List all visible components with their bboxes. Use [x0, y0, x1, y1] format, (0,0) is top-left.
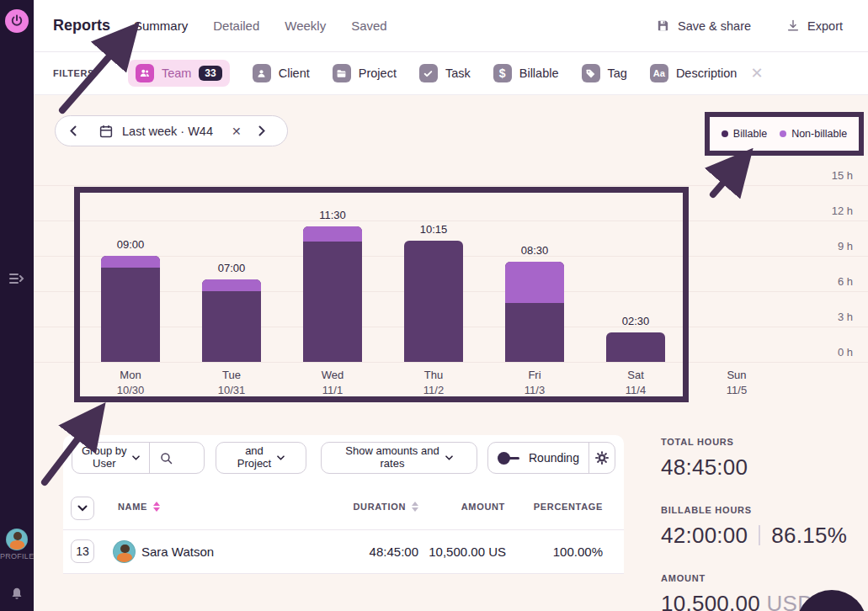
amount-label: AMOUNT — [661, 573, 868, 583]
filter-chip-client[interactable]: Client — [253, 64, 310, 82]
filter-chip-description[interactable]: Aa Description — [650, 64, 738, 82]
x-axis-day-label: Thu — [400, 369, 467, 381]
select-all-button[interactable] — [71, 497, 94, 520]
total-hours-value: 48:45:00 — [661, 454, 868, 481]
row-duration: 48:45:00 — [370, 545, 418, 559]
amount-value: 10,500.00 — [661, 591, 760, 611]
x-axis-day-label: Wed — [299, 369, 366, 381]
subgroup-dropdown[interactable]: and Project — [216, 442, 306, 474]
x-axis-date-label: 10/31 — [198, 384, 265, 396]
sidebar: PROFILE — [0, 0, 34, 611]
rounding-label: Rounding — [529, 451, 579, 465]
chevron-left-icon[interactable] — [70, 125, 77, 136]
filter-chip-label: Description — [676, 66, 738, 80]
rounding-toggle[interactable] — [498, 452, 523, 465]
chart-bar-mon[interactable] — [101, 256, 160, 362]
total-hours-label: TOTAL HOURS — [661, 437, 868, 447]
tab-weekly[interactable]: Weekly — [285, 19, 326, 33]
x-axis-date-label: 11/1 — [299, 384, 366, 396]
filter-bar: FILTERS Team 33 Client — [34, 52, 868, 95]
expand-sidebar-button[interactable] — [7, 270, 27, 287]
sort-icon[interactable] — [153, 502, 160, 512]
summary-panel: TOTAL HOURS 48:45:00 BILLABLE HOURS 42:0… — [661, 437, 868, 611]
save-share-label: Save & share — [678, 19, 751, 33]
column-header-amount[interactable]: AMOUNT — [461, 502, 505, 512]
chart-bar-sat[interactable] — [606, 332, 665, 362]
x-axis-date-label: 10/30 — [97, 384, 164, 396]
reports-page: PROFILE Reports Summary Detailed Weekly … — [0, 0, 868, 611]
filter-chip-billable[interactable]: $ Billable — [493, 64, 559, 82]
save-icon — [656, 19, 670, 33]
chart-legend: Billable Non-billable — [722, 128, 847, 140]
chart-bar-tue[interactable] — [202, 279, 261, 362]
results-card: Group by User — [63, 435, 624, 574]
group-by-dropdown[interactable]: Group by User — [72, 442, 205, 474]
y-axis-tick: 15 h — [832, 169, 853, 182]
search-icon — [159, 451, 173, 465]
profile-avatar[interactable] — [6, 529, 28, 550]
clear-filters-icon[interactable]: ✕ — [750, 64, 763, 82]
divider — [759, 525, 760, 545]
rounding-control: Rounding — [487, 442, 615, 474]
rounding-settings-button[interactable] — [589, 443, 615, 473]
nonbillable-dot-icon — [780, 130, 786, 137]
column-label: PERCENTAGE — [534, 502, 603, 512]
controls-row: Group by User — [72, 442, 615, 474]
tab-summary[interactable]: Summary — [134, 19, 188, 33]
timer-power-button[interactable] — [5, 9, 29, 33]
column-header-percentage[interactable]: PERCENTAGE — [534, 502, 603, 512]
filter-chip-label: Project — [359, 66, 397, 80]
clear-date-icon[interactable]: ✕ — [232, 125, 242, 138]
chart-bar-wed[interactable] — [303, 226, 362, 362]
export-button[interactable]: Export — [786, 19, 843, 33]
notifications-bell-icon[interactable] — [10, 587, 24, 601]
filter-chip-task[interactable]: Task — [419, 64, 471, 82]
group-by-line1: Group by — [82, 445, 126, 458]
search-button[interactable] — [150, 443, 182, 473]
filter-chip-project[interactable]: Project — [333, 64, 397, 82]
billable-hours-value: 42:00:00 — [661, 523, 748, 548]
gridline — [34, 185, 868, 186]
chevron-right-icon[interactable] — [258, 125, 265, 136]
column-header-name[interactable]: NAME — [118, 502, 160, 512]
chart-bar-thu[interactable] — [404, 241, 463, 362]
save-share-button[interactable]: Save & share — [656, 19, 751, 33]
legend-label: Billable — [733, 128, 767, 140]
team-icon — [136, 64, 154, 82]
bar-nonbillable-segment — [505, 262, 564, 303]
table-row[interactable]: 13 Sara Watson 48:45:00 10,500.00 US 100… — [63, 530, 624, 574]
page-title: Reports — [53, 17, 110, 35]
subgroup-line2: Project — [237, 458, 271, 470]
folder-icon — [333, 64, 351, 82]
row-count-badge[interactable]: 13 — [71, 539, 94, 563]
row-name: Sara Watson — [141, 545, 214, 559]
tab-saved[interactable]: Saved — [351, 19, 387, 33]
gear-icon — [594, 450, 610, 465]
date-range-picker[interactable]: Last week · W44 ✕ — [55, 115, 288, 146]
download-icon — [786, 19, 800, 33]
legend-label: Non-billable — [791, 128, 847, 140]
bar-nonbillable-segment — [101, 256, 160, 268]
show-amounts-dropdown[interactable]: Show amounts and rates — [321, 442, 477, 474]
y-axis-tick: 6 h — [838, 275, 853, 288]
x-axis-day-label: Sun — [703, 369, 770, 381]
tag-icon — [582, 64, 600, 82]
chevron-down-icon — [277, 455, 285, 460]
chevron-down-icon — [445, 455, 453, 460]
billable-dot-icon — [722, 130, 728, 137]
sort-icon[interactable] — [412, 502, 418, 512]
chart-bar-fri[interactable] — [505, 262, 564, 362]
filter-chip-team[interactable]: Team 33 — [128, 60, 230, 87]
filter-chip-label: Billable — [519, 66, 559, 80]
group-by-line2: User — [82, 458, 126, 470]
filter-chip-label: Tag — [608, 66, 627, 80]
bar-nonbillable-segment — [202, 279, 261, 291]
x-axis-day-label: Sat — [602, 369, 669, 381]
gridline — [34, 362, 868, 363]
subgroup-line1: and — [237, 445, 271, 458]
filter-chip-tag[interactable]: Tag — [582, 64, 627, 82]
tab-detailed[interactable]: Detailed — [213, 19, 259, 33]
column-header-duration[interactable]: DURATION — [353, 502, 418, 512]
bar-nonbillable-segment — [303, 226, 362, 242]
x-axis-day-label: Tue — [198, 369, 265, 381]
